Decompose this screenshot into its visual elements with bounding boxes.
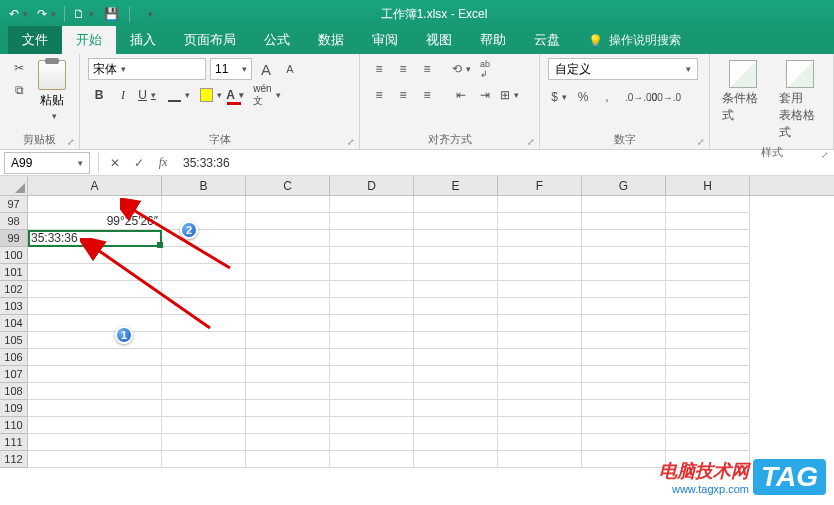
cell-B106[interactable] [162, 349, 246, 366]
cell-C104[interactable] [246, 315, 330, 332]
col-header-H[interactable]: H [666, 176, 750, 195]
col-header-E[interactable]: E [414, 176, 498, 195]
cell-F110[interactable] [498, 417, 582, 434]
cell-G110[interactable] [582, 417, 666, 434]
cell-H100[interactable] [666, 247, 750, 264]
wrap-text-button[interactable]: ab↲ [474, 58, 496, 80]
align-left[interactable]: ≡ [368, 84, 390, 106]
cell-A107[interactable] [28, 366, 162, 383]
cell-G111[interactable] [582, 434, 666, 451]
cell-G104[interactable] [582, 315, 666, 332]
phonetic-button[interactable]: wén文▾ [256, 84, 278, 106]
cell-E110[interactable] [414, 417, 498, 434]
save-button[interactable]: 💾 [99, 3, 123, 25]
row-header-103[interactable]: 103 [0, 298, 28, 315]
copy-button[interactable]: ⧉ [8, 80, 30, 100]
cell-D104[interactable] [330, 315, 414, 332]
font-size-combo[interactable]: 11▾ [210, 58, 252, 80]
row-header-109[interactable]: 109 [0, 400, 28, 417]
cell-B104[interactable] [162, 315, 246, 332]
enter-button[interactable]: ✓ [127, 152, 151, 174]
percent-button[interactable]: % [572, 86, 594, 108]
col-header-F[interactable]: F [498, 176, 582, 195]
number-format-combo[interactable]: 自定义▾ [548, 58, 698, 80]
cell-H111[interactable] [666, 434, 750, 451]
cell-G103[interactable] [582, 298, 666, 315]
cell-F102[interactable] [498, 281, 582, 298]
cell-B105[interactable] [162, 332, 246, 349]
cell-D108[interactable] [330, 383, 414, 400]
cell-D112[interactable] [330, 451, 414, 468]
border-button[interactable]: ▾ [168, 84, 190, 106]
cell-F106[interactable] [498, 349, 582, 366]
cell-A99[interactable]: 35:33:36 [28, 230, 162, 247]
cell-A105[interactable] [28, 332, 162, 349]
tell-me[interactable]: 💡操作说明搜索 [574, 27, 695, 54]
cell-D111[interactable] [330, 434, 414, 451]
cell-H107[interactable] [666, 366, 750, 383]
cell-C109[interactable] [246, 400, 330, 417]
select-all-corner[interactable] [0, 176, 28, 195]
cell-D97[interactable] [330, 196, 414, 213]
undo-button[interactable]: ↶▾ [6, 3, 30, 25]
col-header-G[interactable]: G [582, 176, 666, 195]
cell-H104[interactable] [666, 315, 750, 332]
cell-G107[interactable] [582, 366, 666, 383]
cell-G99[interactable] [582, 230, 666, 247]
cell-C103[interactable] [246, 298, 330, 315]
decrease-decimal[interactable]: .00→.0 [654, 86, 676, 108]
cell-E107[interactable] [414, 366, 498, 383]
tab-view[interactable]: 视图 [412, 26, 466, 54]
cell-F111[interactable] [498, 434, 582, 451]
row-header-104[interactable]: 104 [0, 315, 28, 332]
cell-B109[interactable] [162, 400, 246, 417]
conditional-format-button[interactable]: 条件格式 [718, 58, 769, 143]
cell-E98[interactable] [414, 213, 498, 230]
cell-A103[interactable] [28, 298, 162, 315]
cell-F112[interactable] [498, 451, 582, 468]
cell-E101[interactable] [414, 264, 498, 281]
tab-data[interactable]: 数据 [304, 26, 358, 54]
fill-color-button[interactable]: ▾ [200, 84, 222, 106]
cell-C98[interactable] [246, 213, 330, 230]
cell-D98[interactable] [330, 213, 414, 230]
cell-A98[interactable]: 99°25′26″ [28, 213, 162, 230]
cell-B99[interactable] [162, 230, 246, 247]
align-right[interactable]: ≡ [416, 84, 438, 106]
align-center[interactable]: ≡ [392, 84, 414, 106]
italic-button[interactable]: I [112, 84, 134, 106]
tab-home[interactable]: 开始 [62, 26, 116, 54]
cell-H105[interactable] [666, 332, 750, 349]
row-header-97[interactable]: 97 [0, 196, 28, 213]
cell-H98[interactable] [666, 213, 750, 230]
cell-H110[interactable] [666, 417, 750, 434]
cell-C101[interactable] [246, 264, 330, 281]
row-header-101[interactable]: 101 [0, 264, 28, 281]
cell-H109[interactable] [666, 400, 750, 417]
cell-C106[interactable] [246, 349, 330, 366]
row-header-102[interactable]: 102 [0, 281, 28, 298]
cell-B100[interactable] [162, 247, 246, 264]
cell-G101[interactable] [582, 264, 666, 281]
cell-H102[interactable] [666, 281, 750, 298]
cell-G109[interactable] [582, 400, 666, 417]
cell-A106[interactable] [28, 349, 162, 366]
cell-E104[interactable] [414, 315, 498, 332]
cell-A101[interactable] [28, 264, 162, 281]
cell-D106[interactable] [330, 349, 414, 366]
align-top[interactable]: ≡ [368, 58, 390, 80]
cell-E103[interactable] [414, 298, 498, 315]
col-header-A[interactable]: A [28, 176, 162, 195]
grow-font-button[interactable]: A [256, 58, 276, 80]
cell-H97[interactable] [666, 196, 750, 213]
indent-right[interactable]: ⇥ [474, 84, 496, 106]
cell-B110[interactable] [162, 417, 246, 434]
cell-G108[interactable] [582, 383, 666, 400]
cell-A100[interactable] [28, 247, 162, 264]
cell-E112[interactable] [414, 451, 498, 468]
tab-file[interactable]: 文件 [8, 26, 62, 54]
cell-G97[interactable] [582, 196, 666, 213]
cell-G102[interactable] [582, 281, 666, 298]
cell-A110[interactable] [28, 417, 162, 434]
row-header-100[interactable]: 100 [0, 247, 28, 264]
